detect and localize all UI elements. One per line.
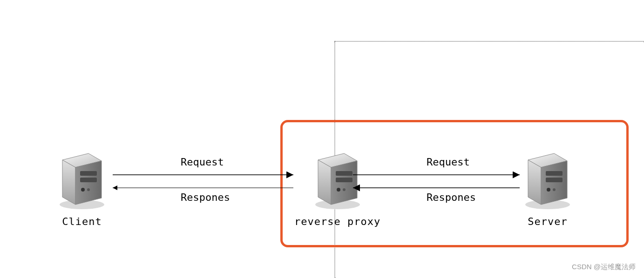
dotted-border-top — [334, 41, 644, 42]
arrows-proxy-server — [350, 167, 522, 195]
response-label-1: Respones — [181, 192, 230, 203]
response-label-2: Respones — [427, 192, 476, 203]
svg-point-14 — [337, 188, 340, 192]
svg-rect-20 — [546, 171, 563, 176]
svg-rect-4 — [80, 171, 97, 176]
watermark: CSDN @运维魔法师 — [572, 263, 636, 271]
server-icon — [54, 145, 110, 210]
svg-point-22 — [547, 188, 550, 192]
svg-point-7 — [87, 188, 90, 191]
server-icon — [520, 145, 576, 210]
svg-rect-5 — [80, 178, 97, 182]
arrows-client-proxy — [110, 167, 296, 195]
svg-point-15 — [343, 188, 346, 191]
svg-marker-3 — [75, 161, 102, 205]
svg-point-6 — [81, 188, 85, 192]
proxy-label: reverse proxy — [294, 216, 380, 227]
client-node: Client — [54, 145, 110, 227]
server-label: Server — [520, 216, 576, 227]
svg-marker-19 — [541, 161, 567, 205]
client-label: Client — [54, 216, 110, 227]
svg-marker-10 — [318, 160, 331, 205]
svg-rect-21 — [546, 178, 563, 182]
svg-marker-2 — [62, 160, 75, 205]
request-label-2: Request — [427, 156, 470, 168]
svg-point-23 — [553, 188, 556, 191]
request-label-1: Request — [181, 156, 224, 168]
server-node: Server — [520, 145, 576, 227]
svg-marker-18 — [528, 160, 541, 205]
